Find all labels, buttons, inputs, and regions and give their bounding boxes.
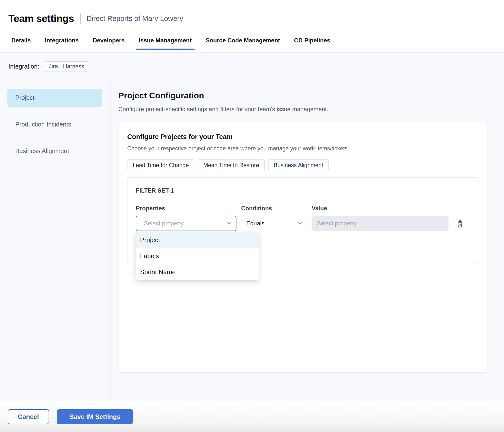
tab-issue-management[interactable]: Issue Management [139,37,192,50]
property-select[interactable]: - Select property... - Project Labels Sp… [136,216,236,231]
integration-band: Integration: Jira - Harness [0,53,504,80]
chevron-down-icon [297,220,303,226]
card-title: Configure Projects for your Team [127,133,479,141]
tab-details[interactable]: Details [11,37,31,50]
property-dropdown-menu: Project Labels Sprint Name [136,232,259,280]
integration-chip-jira-harness[interactable]: Jira - Harness [44,61,89,72]
filter-set-1: FILTER SET 1 Properties Conditions Value… [127,177,479,264]
property-select-placeholder: - Select property... - [140,220,226,227]
cancel-button[interactable]: Cancel [8,409,49,424]
title-separator [80,13,81,24]
trash-icon [456,219,464,228]
tab-developers[interactable]: Developers [93,37,125,50]
tab-source-code-management[interactable]: Source Code Management [206,37,280,50]
metric-tab-business-alignment[interactable]: Business Alignment [268,159,329,171]
content-area: Project Production Incidents Business Al… [0,80,504,401]
dropdown-option-labels[interactable]: Labels [136,248,259,264]
metric-tab-mean-time-to-restore[interactable]: Mean Time to Restore [198,159,265,171]
card-subtitle: Choose your respective project or code a… [127,145,479,152]
dropdown-option-project[interactable]: Project [136,232,259,248]
section-description: Configure project-specific settings and … [118,106,488,113]
filter-set-title: FILTER SET 1 [136,187,470,194]
tab-cd-pipelines[interactable]: CD Pipelines [294,37,330,50]
column-header-value: Value [312,205,470,212]
condition-select[interactable]: Equals [241,216,308,231]
integration-label: Integration: [8,63,39,70]
filter-row: - Select property... - Project Labels Sp… [136,216,470,231]
column-header-properties: Properties [136,205,241,212]
main-panel: Project Configuration Configure project-… [110,80,504,401]
chevron-down-icon [226,220,232,226]
delete-filter-button[interactable] [456,219,464,228]
sidebar-item-business-alignment[interactable]: Business Alignment [7,142,102,160]
sidebar-item-project[interactable]: Project [7,89,102,107]
tab-bar: Details Integrations Developers Issue Ma… [0,37,504,53]
value-input[interactable] [312,216,449,231]
tab-integrations[interactable]: Integrations [45,37,79,50]
filter-column-headers: Properties Conditions Value [136,205,470,212]
save-im-settings-button[interactable]: Save IM Settings [57,409,133,424]
sidebar-item-production-incidents[interactable]: Production Incidents [7,115,102,133]
configure-projects-card: Configure Projects for your Team Choose … [118,122,488,373]
dropdown-option-sprint-name[interactable]: Sprint Name [136,264,259,280]
section-heading: Project Configuration [118,91,488,100]
metric-tabs: Lead Time for Change Mean Time to Restor… [127,159,479,171]
footer-actions: Cancel Save IM Settings [0,401,504,432]
page-subtitle: Direct Reports of Mary Lowery [87,15,183,23]
page-title: Team settings [8,13,74,24]
condition-select-value: Equals [246,220,297,227]
settings-sidebar: Project Production Incidents Business Al… [0,80,110,401]
column-header-conditions: Conditions [241,205,312,212]
page-header: Team settings Direct Reports of Mary Low… [0,0,504,37]
metric-tab-lead-time-for-change[interactable]: Lead Time for Change [127,159,194,171]
